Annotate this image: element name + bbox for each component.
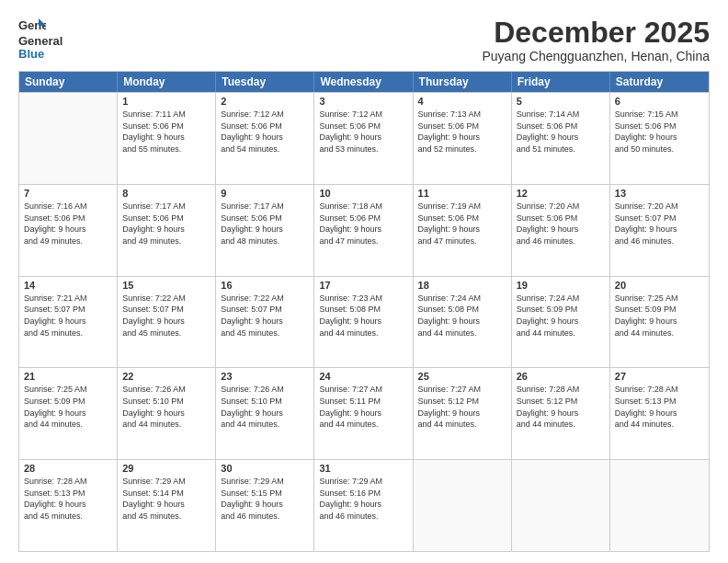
day-cell-7: 7Sunrise: 7:16 AM Sunset: 5:06 PM Daylig…: [19, 185, 118, 276]
day-cell-13: 13Sunrise: 7:20 AM Sunset: 5:07 PM Dayli…: [610, 185, 709, 276]
day-info: Sunrise: 7:27 AM Sunset: 5:12 PM Dayligh…: [418, 384, 506, 430]
day-cell-20: 20Sunrise: 7:25 AM Sunset: 5:09 PM Dayli…: [610, 277, 709, 368]
weekday-header-monday: Monday: [118, 72, 216, 92]
day-cell-26: 26Sunrise: 7:28 AM Sunset: 5:12 PM Dayli…: [512, 368, 610, 459]
week-row-3: 14Sunrise: 7:21 AM Sunset: 5:07 PM Dayli…: [19, 276, 709, 368]
day-info: Sunrise: 7:12 AM Sunset: 5:06 PM Dayligh…: [319, 109, 407, 155]
day-info: Sunrise: 7:28 AM Sunset: 5:13 PM Dayligh…: [24, 476, 112, 522]
weekday-header-friday: Friday: [512, 72, 610, 92]
day-info: Sunrise: 7:22 AM Sunset: 5:07 PM Dayligh…: [122, 293, 210, 339]
day-number: 25: [418, 371, 506, 382]
day-number: 9: [221, 188, 309, 199]
day-cell-2: 2Sunrise: 7:12 AM Sunset: 5:06 PM Daylig…: [216, 93, 314, 184]
week-row-2: 7Sunrise: 7:16 AM Sunset: 5:06 PM Daylig…: [19, 184, 709, 276]
day-number: 28: [24, 463, 112, 474]
day-info: Sunrise: 7:20 AM Sunset: 5:06 PM Dayligh…: [517, 201, 605, 247]
day-cell-10: 10Sunrise: 7:18 AM Sunset: 5:06 PM Dayli…: [314, 185, 413, 276]
day-number: 1: [122, 96, 210, 107]
empty-cell: [610, 460, 709, 551]
day-number: 10: [319, 188, 407, 199]
day-info: Sunrise: 7:27 AM Sunset: 5:11 PM Dayligh…: [319, 384, 407, 430]
logo: General General Blue: [18, 17, 63, 62]
day-number: 17: [319, 280, 407, 291]
day-info: Sunrise: 7:24 AM Sunset: 5:08 PM Dayligh…: [418, 293, 506, 339]
day-cell-4: 4Sunrise: 7:13 AM Sunset: 5:06 PM Daylig…: [414, 93, 512, 184]
day-cell-25: 25Sunrise: 7:27 AM Sunset: 5:12 PM Dayli…: [414, 368, 512, 459]
day-cell-12: 12Sunrise: 7:20 AM Sunset: 5:06 PM Dayli…: [512, 185, 610, 276]
day-cell-1: 1Sunrise: 7:11 AM Sunset: 5:06 PM Daylig…: [118, 93, 216, 184]
day-info: Sunrise: 7:13 AM Sunset: 5:06 PM Dayligh…: [418, 109, 506, 155]
empty-cell: [414, 460, 512, 551]
calendar-body: 1Sunrise: 7:11 AM Sunset: 5:06 PM Daylig…: [19, 92, 709, 551]
day-number: 27: [615, 371, 704, 382]
day-info: Sunrise: 7:24 AM Sunset: 5:09 PM Dayligh…: [517, 293, 605, 339]
day-cell-6: 6Sunrise: 7:15 AM Sunset: 5:06 PM Daylig…: [610, 93, 709, 184]
day-cell-27: 27Sunrise: 7:28 AM Sunset: 5:13 PM Dayli…: [610, 368, 709, 459]
day-info: Sunrise: 7:25 AM Sunset: 5:09 PM Dayligh…: [24, 384, 112, 430]
day-number: 8: [122, 188, 210, 199]
weekday-header-tuesday: Tuesday: [216, 72, 314, 92]
day-number: 26: [517, 371, 605, 382]
day-info: Sunrise: 7:23 AM Sunset: 5:08 PM Dayligh…: [319, 293, 407, 339]
weekday-header-saturday: Saturday: [610, 72, 709, 92]
day-cell-18: 18Sunrise: 7:24 AM Sunset: 5:08 PM Dayli…: [414, 277, 512, 368]
day-number: 4: [418, 96, 506, 107]
day-info: Sunrise: 7:11 AM Sunset: 5:06 PM Dayligh…: [122, 109, 210, 155]
day-info: Sunrise: 7:19 AM Sunset: 5:06 PM Dayligh…: [418, 201, 506, 247]
day-info: Sunrise: 7:20 AM Sunset: 5:07 PM Dayligh…: [615, 201, 704, 247]
day-cell-28: 28Sunrise: 7:28 AM Sunset: 5:13 PM Dayli…: [19, 460, 118, 551]
day-number: 20: [615, 280, 704, 291]
weekday-header-thursday: Thursday: [414, 72, 512, 92]
day-cell-17: 17Sunrise: 7:23 AM Sunset: 5:08 PM Dayli…: [314, 277, 413, 368]
day-number: 15: [122, 280, 210, 291]
day-cell-30: 30Sunrise: 7:29 AM Sunset: 5:15 PM Dayli…: [216, 460, 314, 551]
week-row-1: 1Sunrise: 7:11 AM Sunset: 5:06 PM Daylig…: [19, 92, 709, 184]
day-info: Sunrise: 7:14 AM Sunset: 5:06 PM Dayligh…: [517, 109, 605, 155]
day-info: Sunrise: 7:18 AM Sunset: 5:06 PM Dayligh…: [319, 201, 407, 247]
day-info: Sunrise: 7:28 AM Sunset: 5:12 PM Dayligh…: [517, 384, 605, 430]
week-row-5: 28Sunrise: 7:28 AM Sunset: 5:13 PM Dayli…: [19, 459, 709, 551]
day-number: 14: [24, 280, 112, 291]
day-number: 2: [221, 96, 309, 107]
day-cell-31: 31Sunrise: 7:29 AM Sunset: 5:16 PM Dayli…: [314, 460, 413, 551]
day-cell-22: 22Sunrise: 7:26 AM Sunset: 5:10 PM Dayli…: [118, 368, 216, 459]
day-number: 22: [122, 371, 210, 382]
empty-cell: [512, 460, 610, 551]
day-info: Sunrise: 7:21 AM Sunset: 5:07 PM Dayligh…: [24, 293, 112, 339]
day-cell-11: 11Sunrise: 7:19 AM Sunset: 5:06 PM Dayli…: [414, 185, 512, 276]
day-cell-15: 15Sunrise: 7:22 AM Sunset: 5:07 PM Dayli…: [118, 277, 216, 368]
day-info: Sunrise: 7:29 AM Sunset: 5:15 PM Dayligh…: [221, 476, 309, 522]
day-number: 31: [319, 463, 407, 474]
day-info: Sunrise: 7:26 AM Sunset: 5:10 PM Dayligh…: [122, 384, 210, 430]
day-number: 29: [122, 463, 210, 474]
day-number: 23: [221, 371, 309, 382]
day-cell-29: 29Sunrise: 7:29 AM Sunset: 5:14 PM Dayli…: [118, 460, 216, 551]
logo-blue: Blue: [18, 47, 44, 61]
week-row-4: 21Sunrise: 7:25 AM Sunset: 5:09 PM Dayli…: [19, 367, 709, 459]
calendar: SundayMondayTuesdayWednesdayThursdayFrid…: [18, 71, 710, 552]
day-cell-16: 16Sunrise: 7:22 AM Sunset: 5:07 PM Dayli…: [216, 277, 314, 368]
location: Puyang Chengguanzhen, Henan, China: [482, 49, 710, 63]
day-info: Sunrise: 7:26 AM Sunset: 5:10 PM Dayligh…: [221, 384, 309, 430]
calendar-header: SundayMondayTuesdayWednesdayThursdayFrid…: [19, 72, 709, 92]
day-info: Sunrise: 7:16 AM Sunset: 5:06 PM Dayligh…: [24, 201, 112, 247]
day-cell-21: 21Sunrise: 7:25 AM Sunset: 5:09 PM Dayli…: [19, 368, 118, 459]
day-info: Sunrise: 7:22 AM Sunset: 5:07 PM Dayligh…: [221, 293, 309, 339]
day-number: 13: [615, 188, 704, 199]
day-number: 6: [615, 96, 704, 107]
day-number: 5: [517, 96, 605, 107]
page: General General Blue December 2025 Puyan…: [0, 0, 728, 563]
month-title: December 2025: [482, 17, 710, 49]
day-number: 18: [418, 280, 506, 291]
day-number: 7: [24, 188, 112, 199]
day-cell-5: 5Sunrise: 7:14 AM Sunset: 5:06 PM Daylig…: [512, 93, 610, 184]
day-cell-23: 23Sunrise: 7:26 AM Sunset: 5:10 PM Dayli…: [216, 368, 314, 459]
empty-cell: [19, 93, 118, 184]
day-info: Sunrise: 7:12 AM Sunset: 5:06 PM Dayligh…: [221, 109, 309, 155]
day-cell-19: 19Sunrise: 7:24 AM Sunset: 5:09 PM Dayli…: [512, 277, 610, 368]
day-cell-9: 9Sunrise: 7:17 AM Sunset: 5:06 PM Daylig…: [216, 185, 314, 276]
weekday-header-wednesday: Wednesday: [314, 72, 413, 92]
day-info: Sunrise: 7:28 AM Sunset: 5:13 PM Dayligh…: [615, 384, 704, 430]
weekday-header-sunday: Sunday: [19, 72, 118, 92]
day-number: 3: [319, 96, 407, 107]
